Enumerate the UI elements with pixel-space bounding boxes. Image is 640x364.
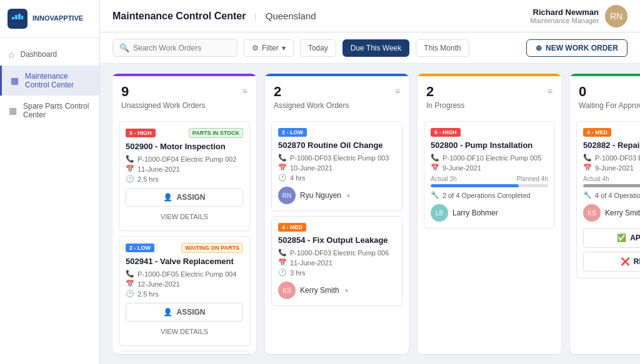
equipment-name: P-1000-DF10 Electric Pump 005 [442, 154, 541, 162]
home-icon: ⌂ [9, 49, 14, 59]
date-value: 11-June-2021 [138, 165, 180, 173]
clock-icon: 🕐 [278, 174, 287, 182]
progress-bar [431, 184, 548, 187]
card-502882: 4 - MED 502882 - Repair Pump 📞 P-1000-DF… [576, 121, 640, 278]
card-date: 📅 11-June-2021 [126, 165, 243, 173]
card-duration: 🕐 3 hrs [278, 268, 396, 277]
progress-bar [583, 184, 640, 187]
waiting-badge: WAITING ON PARTS [181, 243, 243, 253]
card-title: 502800 - Pump Installation [431, 140, 548, 150]
header-left: Maintenance Control Center | Queensland [112, 11, 316, 22]
column-title: Waiting For Approval [579, 101, 640, 110]
column-menu-icon[interactable]: ≡ [395, 86, 400, 96]
check-circle-icon: ✅ [617, 234, 626, 242]
clock-icon: 🕐 [126, 175, 134, 183]
card-502941: 2 - LOW WAITING ON PARTS 502941 - Valve … [119, 236, 250, 346]
filter-button[interactable]: ⚙ Filter ▾ [244, 39, 294, 57]
view-details-link[interactable]: VIEW DETAILS [126, 209, 243, 224]
column-body-assigned: 2 - LOW 502870 Routine Oil Change 📞 P-10… [265, 116, 409, 354]
card-502900: 5 - HIGH PARTS IN STOCK 502900 - Motor I… [119, 121, 250, 231]
column-waiting: 0 Waiting For Approval ≡ 4 - MED 502882 … [570, 74, 640, 354]
approve-button[interactable]: ✅ APPROVE [583, 228, 640, 248]
user-info: Richard Newman Maintenance Manager [531, 7, 599, 24]
logo-text: INNOVAPPTIVE [32, 14, 83, 22]
assignee-row: KS Kerry Smith [583, 204, 640, 222]
reject-button[interactable]: ❌ REJECT [583, 252, 640, 272]
priority-badge: 5 - HIGH [126, 129, 156, 137]
chevron-down-icon[interactable]: ▾ [347, 192, 350, 199]
assign-label: ASSIGN [176, 308, 205, 317]
assignee-name: Larry Bohmer [452, 209, 498, 217]
card-badges: 5 - HIGH [431, 128, 548, 137]
sidebar-nav: ⌂ Dashboard ▦ Maintenance Control Center… [0, 38, 99, 364]
sidebar-item-spareparts[interactable]: ▦ Spare Parts Control Center [0, 96, 99, 125]
planned-label: Planned 4h [516, 175, 548, 182]
column-menu-icon[interactable]: ≡ [242, 86, 248, 96]
assignee-name: Kerry Smith [605, 209, 640, 217]
chevron-down-icon: ▾ [282, 44, 286, 52]
grid-icon-2: ▦ [9, 106, 17, 116]
column-body-waiting: 4 - MED 502882 - Repair Pump 📞 P-1000-DF… [570, 116, 640, 354]
view-details-link[interactable]: VIEW DETAILS [126, 324, 243, 339]
assignee-row: LB Larry Bohmer [431, 204, 548, 222]
header: Maintenance Control Center | Queensland … [100, 0, 640, 32]
sidebar-item-maintenance[interactable]: ▦ Maintenance Control Center [0, 66, 99, 96]
card-badges: 5 - HIGH PARTS IN STOCK [126, 128, 243, 138]
avatar-initials: RN [610, 11, 622, 21]
sidebar: INNOVAPPTIVE ⌂ Dashboard ▦ Maintenance C… [0, 0, 100, 364]
duration-value: 3 hrs [290, 269, 305, 277]
column-header-unassigned: 9 Unassigned Work Orders ≡ [112, 74, 256, 116]
equipment-icon: 📞 [126, 155, 134, 163]
assignee-avatar: KS [278, 282, 296, 299]
card-502800: 5 - HIGH 502800 - Pump Installation 📞 P-… [424, 121, 555, 229]
duration-value: 2.5 hrs [138, 290, 159, 298]
card-date: 📅 12-June-2021 [126, 280, 243, 288]
filter-label: Filter [262, 44, 279, 52]
date-value: 10-June-2021 [290, 164, 332, 172]
card-date: 📅 10-June-2021 [278, 164, 396, 172]
card-equipment: 📞 P-1000-DF05 Electric Pump 004 [126, 270, 243, 278]
sidebar-item-dashboard[interactable]: ⌂ Dashboard [0, 43, 99, 66]
assignee-avatar: KS [583, 204, 601, 222]
equipment-icon: 📞 [431, 154, 439, 162]
calendar-icon: 📅 [583, 164, 592, 172]
date-value: 9-June-2021 [595, 164, 634, 172]
assignee-row: RN Ryu Nguyen ▾ [278, 187, 396, 204]
column-body-unassigned: 5 - HIGH PARTS IN STOCK 502900 - Motor I… [112, 116, 256, 354]
due-this-week-button[interactable]: Due This Week [342, 39, 410, 57]
assign-button[interactable]: 👤 ASSIGN [126, 188, 243, 207]
equipment-name: P-1000-DF03 Electric Pump 006 [290, 249, 389, 257]
x-circle-icon: ❌ [621, 257, 630, 266]
card-title: 502870 Routine Oil Change [278, 140, 396, 150]
equipment-name: P-1000-DF05 Electric Pump 004 [138, 270, 236, 278]
main-content: Maintenance Control Center | Queensland … [100, 0, 640, 364]
today-button[interactable]: Today [300, 39, 336, 57]
search-input[interactable] [133, 44, 231, 52]
card-502901: 2 - LOW WAITING ON PARTS 502901 - Oil Ch… [119, 351, 250, 354]
assignee-avatar: LB [431, 204, 448, 222]
this-month-button[interactable]: This Month [416, 39, 469, 57]
card-equipment: 📞 P-1000-DF03 Electric Pump 006 [278, 248, 396, 257]
column-header-waiting: 0 Waiting For Approval ≡ [570, 74, 640, 116]
progress-section: Actual 3h Planned 4h [431, 175, 548, 187]
chevron-down-icon[interactable]: ▾ [345, 287, 348, 294]
plus-circle-icon: ⊕ [536, 44, 542, 52]
search-box[interactable]: 🔍 [112, 39, 238, 57]
priority-badge: 5 - HIGH [431, 128, 461, 137]
card-equipment: 📞 P-1000-DF03 Electric Pump 003 [278, 154, 396, 162]
priority-badge: 2 - LOW [126, 243, 154, 252]
assign-button[interactable]: 👤 ASSIGN [126, 303, 243, 322]
column-header-assigned: 2 Assigned Work Orders ≡ [265, 74, 409, 116]
svg-rect-1 [15, 15, 18, 19]
search-icon: 🔍 [119, 43, 129, 52]
new-work-order-button[interactable]: ⊕ NEW WORK ORDER [526, 39, 628, 57]
sidebar-item-label: Maintenance Control Center [25, 72, 91, 89]
sidebar-logo: INNOVAPPTIVE [0, 0, 99, 38]
reject-label: REJECT [634, 257, 640, 266]
card-502854: 4 - MED 502854 - Fix Output Leakage 📞 P-… [271, 216, 402, 306]
card-502870: 2 - LOW 502870 Routine Oil Change 📞 P-10… [271, 121, 402, 211]
column-inprogress: 2 In Progress ≡ 5 - HIGH 502800 - Pump I… [418, 74, 561, 354]
page-title: Maintenance Control Center [112, 11, 246, 22]
column-menu-icon[interactable]: ≡ [548, 86, 552, 96]
assign-icon: 👤 [163, 308, 172, 317]
